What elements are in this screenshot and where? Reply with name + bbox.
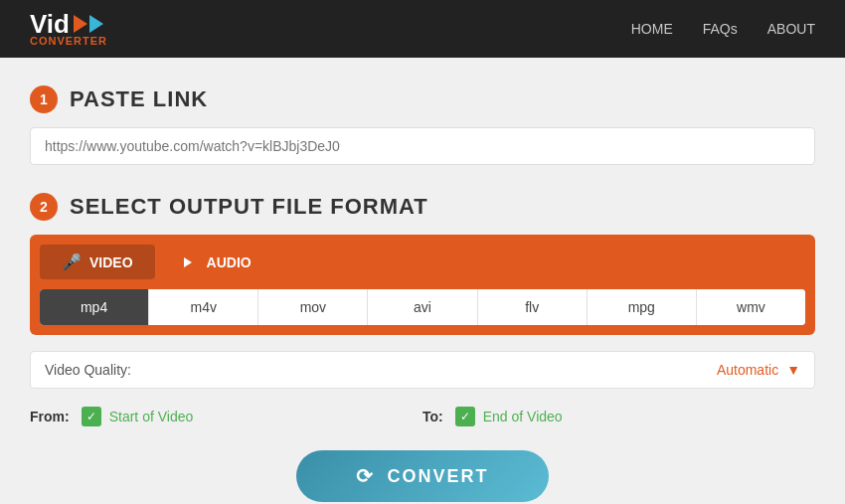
from-to-row: From: ✓ Start of Video To: ✓ End of Vide… xyxy=(30,407,815,426)
tab-video-label: VIDEO xyxy=(89,254,133,270)
to-checkmark: ✓ xyxy=(460,410,470,423)
convert-label: CONVERT xyxy=(387,466,488,487)
convert-icon: ⟳ xyxy=(356,464,375,488)
format-avi[interactable]: avi xyxy=(368,289,477,325)
logo-vid-text: Vid xyxy=(30,11,70,37)
convert-area: ⟳ CONVERT xyxy=(30,450,815,502)
from-label: From: xyxy=(30,409,70,424)
logo-area: Vid CONVERTER xyxy=(30,11,107,47)
step2-badge: 2 xyxy=(30,193,58,221)
to-value[interactable]: End of Video xyxy=(483,409,563,424)
from-section: From: ✓ Start of Video xyxy=(30,407,422,426)
formats-row: mp4 m4v mov avi flv mpg wmv xyxy=(40,289,805,325)
step2-heading: 2 SELECT OUTPUT FILE FORMAT xyxy=(30,193,815,221)
main-content: 1 PASTE LINK 2 SELECT OUTPUT FILE FORMAT… xyxy=(0,58,845,504)
tab-audio[interactable]: AUDIO xyxy=(155,245,273,279)
arrow-orange xyxy=(74,15,87,33)
format-flv[interactable]: flv xyxy=(478,289,588,325)
tab-audio-label: AUDIO xyxy=(207,254,252,270)
header: Vid CONVERTER HOME FAQs ABOUT xyxy=(0,0,845,58)
to-checkbox[interactable]: ✓ xyxy=(455,407,475,426)
from-checkbox[interactable]: ✓ xyxy=(82,407,101,426)
convert-button[interactable]: ⟳ CONVERT xyxy=(296,450,548,502)
from-value[interactable]: Start of Video xyxy=(109,409,194,424)
quality-label: Video Quality: xyxy=(45,362,717,378)
url-input[interactable] xyxy=(30,127,815,165)
format-m4v[interactable]: m4v xyxy=(149,289,258,325)
step1-title: PASTE LINK xyxy=(70,86,208,112)
logo-block: Vid CONVERTER xyxy=(30,11,107,47)
format-mov[interactable]: mov xyxy=(258,289,368,325)
format-wmv[interactable]: wmv xyxy=(697,289,805,325)
step1-heading: 1 PASTE LINK xyxy=(30,85,815,113)
nav-links: HOME FAQs ABOUT xyxy=(631,21,815,37)
step2-title: SELECT OUTPUT FILE FORMAT xyxy=(70,194,428,220)
step1-badge: 1 xyxy=(30,85,58,113)
mic-icon: 🎤 xyxy=(62,252,82,271)
arrow-blue xyxy=(89,15,103,33)
format-mpg[interactable]: mpg xyxy=(588,289,697,325)
quality-value: Automatic xyxy=(717,362,778,378)
tab-video[interactable]: 🎤 VIDEO xyxy=(40,245,155,279)
nav-home[interactable]: HOME xyxy=(631,21,673,37)
nav-about[interactable]: ABOUT xyxy=(767,21,815,37)
logo-arrows xyxy=(74,15,103,33)
nav-faqs[interactable]: FAQs xyxy=(703,21,738,37)
from-checkmark: ✓ xyxy=(86,410,96,423)
logo-converter-text: CONVERTER xyxy=(30,35,107,47)
to-section: To: ✓ End of Video xyxy=(422,407,815,426)
dropdown-arrow-icon: ▼ xyxy=(786,362,800,378)
format-mp4[interactable]: mp4 xyxy=(40,289,149,325)
quality-row[interactable]: Video Quality: Automatic ▼ xyxy=(30,351,815,389)
tabs-row: 🎤 VIDEO AUDIO xyxy=(40,245,805,279)
to-label: To: xyxy=(422,409,443,424)
format-container: 🎤 VIDEO AUDIO mp4 m4v mov avi flv mpg wm… xyxy=(30,235,815,335)
play-icon-wrap xyxy=(177,254,199,270)
logo-top: Vid xyxy=(30,11,107,37)
play-icon xyxy=(184,257,192,267)
